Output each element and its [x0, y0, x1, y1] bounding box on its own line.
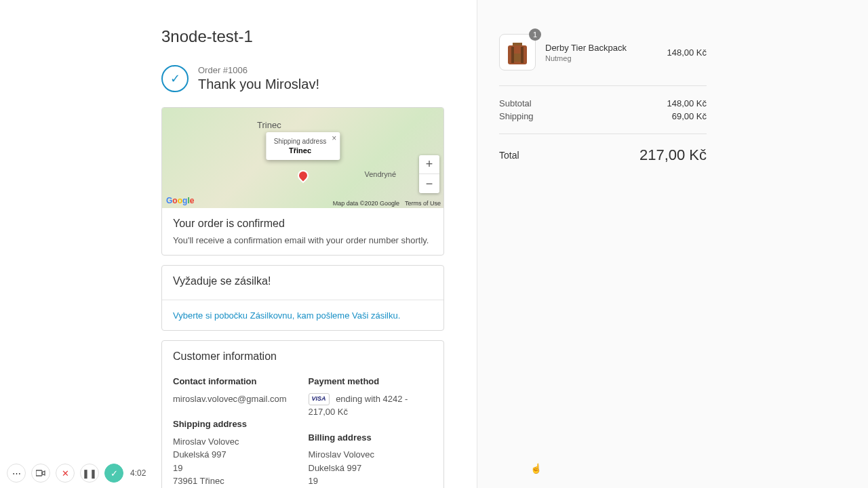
total-label: Total [499, 150, 519, 161]
svg-rect-0 [36, 470, 42, 476]
customer-email: miroslav.volovec@gmail.com [173, 392, 298, 406]
close-icon[interactable]: × [332, 134, 336, 143]
main-column: 3node-test-1 ✓ Order #1006 Thank you Mir… [0, 0, 477, 488]
map[interactable]: Trinec Vendryné × Shipping address Třine… [162, 108, 443, 208]
customer-info-title: Customer information [173, 350, 433, 363]
map-city-label: Trinec [257, 120, 281, 130]
shipping-address-heading: Shipping address [173, 418, 298, 431]
billing-address-heading: Billing address [309, 431, 433, 445]
map-attribution: Map data ©2020 Google Terms of Use [333, 200, 441, 207]
zoom-out-button[interactable]: − [419, 174, 439, 193]
map-zoom-controls: + − [419, 155, 439, 193]
shipping-value: 69,00 Kč [672, 111, 707, 121]
map-card: Trinec Vendryné × Shipping address Třine… [161, 107, 444, 256]
customer-info-card: Customer information Contact information… [161, 340, 444, 488]
store-name: 3node-test-1 [161, 27, 444, 46]
shipment-required-card: Vyžaduje se zásilka! Vyberte si pobočku … [161, 265, 444, 331]
contact-info-heading: Contact information [173, 375, 298, 388]
payment-ending: ending with 4242 [336, 394, 402, 404]
product-price: 148,00 Kč [667, 47, 707, 58]
shipping-label: Shipping [499, 111, 534, 121]
visa-icon: VISA [309, 393, 330, 405]
summary-line-item: 1 Derby Tier Backpack Nutmeg 148,00 Kč [499, 34, 707, 86]
thank-you-row: ✓ Order #1006 Thank you Miroslav! [161, 65, 444, 92]
order-summary-column: 1 Derby Tier Backpack Nutmeg 148,00 Kč S… [477, 0, 868, 488]
subtotal-value: 148,00 Kč [667, 98, 707, 108]
payment-method-heading: Payment method [309, 375, 433, 388]
shipment-required-title: Vyžaduje se zásilka! [173, 275, 433, 287]
map-city-label-2: Vendryné [365, 170, 396, 178]
total-value: 217,00 Kč [639, 146, 707, 164]
pause-recording-button[interactable]: ❚❚ [80, 464, 99, 483]
backpack-icon [506, 39, 529, 66]
product-name: Derby Tier Backpack [545, 43, 657, 53]
order-confirmed-text: You'll receive a confirmation email with… [173, 235, 433, 245]
map-popup-city: Třinec [274, 146, 326, 155]
thank-you-text: Thank you Miroslav! [198, 77, 319, 92]
more-icon[interactable]: ⋯ [7, 464, 26, 483]
camera-icon[interactable] [31, 464, 50, 483]
shipping-apt: 19 [173, 462, 298, 475]
map-popup: × Shipping address Třinec [266, 132, 340, 160]
google-logo: Google [166, 196, 194, 205]
select-branch-link[interactable]: Vyberte si pobočku Zásilkovnu, kam pošle… [173, 310, 400, 321]
product-variant: Nutmeg [545, 54, 657, 62]
shipping-zip-city: 73961 Třinec [173, 474, 298, 488]
map-pin-icon [295, 168, 311, 184]
recording-time: 4:02 [130, 468, 146, 478]
payment-line: VISA ending with 4242 - 217,00 Kč [309, 392, 433, 419]
map-popup-title: Shipping address [274, 138, 326, 145]
finish-recording-button[interactable]: ✓ [104, 464, 123, 483]
cancel-recording-button[interactable]: ✕ [56, 464, 75, 483]
checkmark-icon: ✓ [161, 65, 189, 92]
recorder-toolbar: ⋯ ✕ ❚❚ ✓ 4:02 [7, 464, 146, 483]
shipping-name: Miroslav Volovec [173, 435, 298, 449]
billing-street: Dukelská 997 [309, 462, 433, 475]
billing-apt: 19 [309, 474, 433, 488]
order-confirmed-title: Your order is confirmed [173, 218, 433, 230]
shipping-street: Dukelská 997 [173, 448, 298, 462]
zoom-in-button[interactable]: + [419, 155, 439, 174]
order-number: Order #1006 [198, 65, 319, 75]
subtotal-label: Subtotal [499, 98, 532, 108]
billing-name: Miroslav Volovec [309, 448, 433, 462]
product-thumbnail [499, 34, 536, 70]
quantity-badge: 1 [529, 28, 541, 41]
map-terms-link[interactable]: Terms of Use [405, 200, 441, 207]
map-data-attrib: Map data ©2020 Google [333, 200, 399, 207]
cursor-icon: ☝ [530, 463, 542, 474]
